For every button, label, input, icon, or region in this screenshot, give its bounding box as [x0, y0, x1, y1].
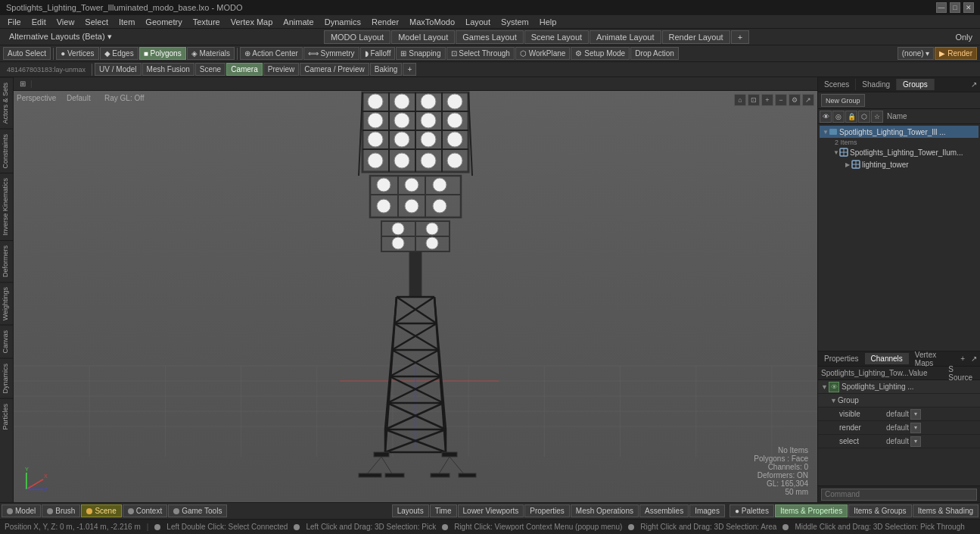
context-btn[interactable]: Context — [123, 504, 167, 517]
sidebar-actors[interactable]: Actors & Sets — [0, 77, 13, 129]
layout-scene[interactable]: Scene Layout — [524, 30, 589, 44]
vertices-btn[interactable]: ● Vertices — [56, 47, 98, 60]
drop-action-btn[interactable]: Drop Action — [630, 47, 679, 60]
scene-tab[interactable]: Scene — [195, 63, 226, 76]
setup-mode-btn[interactable]: ⚙ Setup Mode — [571, 47, 630, 60]
menu-select[interactable]: Select — [80, 17, 113, 27]
vp-settings-btn[interactable]: ⚙ — [789, 94, 801, 106]
rp-render-btn[interactable]: ◎ — [832, 111, 845, 123]
vp-fit-btn[interactable]: ⊡ — [748, 94, 760, 106]
layout-model[interactable]: Model Layout — [391, 30, 455, 44]
items-shading-btn[interactable]: Items & Shading — [913, 504, 978, 517]
snapping-btn[interactable]: ⊞ Snapping — [396, 47, 445, 60]
tree-item-lighting-tower[interactable]: ▶ lighting_tower — [820, 158, 978, 170]
maximize-button[interactable]: □ — [950, 2, 960, 13]
action-center-btn[interactable]: ⊕ Action Center — [240, 47, 303, 60]
vp-zoom-out-btn[interactable]: − — [775, 94, 787, 106]
sidebar-particles[interactable]: Particles — [0, 398, 13, 435]
vp-zoom-in-btn[interactable]: + — [761, 94, 773, 106]
palettes-btn[interactable]: ● Palettes — [730, 504, 774, 517]
menu-render[interactable]: Render — [367, 17, 403, 27]
close-button[interactable]: ✕ — [963, 2, 974, 13]
vp-expand2-btn[interactable]: ↗ — [802, 94, 814, 106]
layouts-btn[interactable]: Layouts — [392, 504, 429, 517]
ch-render-dd[interactable]: ▾ — [910, 423, 921, 433]
menu-layout[interactable]: Layout — [461, 17, 495, 27]
new-group-btn[interactable]: New Group — [821, 94, 865, 107]
tree-item-mesh[interactable]: ▼ Spotlights_Lighting_Tower_Ilum... — [820, 146, 978, 158]
symmetry-btn[interactable]: ⟺ Symmetry — [303, 47, 359, 60]
ch-group-root[interactable]: ▼ 👁 Spotlights_Lighting ... — [818, 380, 980, 394]
game-tools-btn[interactable]: Game Tools — [168, 504, 227, 517]
eye-toggle[interactable]: 👁 — [829, 382, 839, 392]
properties-bb-btn[interactable]: Properties — [524, 504, 570, 517]
menu-system[interactable]: System — [496, 17, 534, 27]
falloff-btn[interactable]: ◗ Falloff — [360, 47, 396, 60]
viewport[interactable]: ⊞ | Perspective Default Ray GL: Off ⌂ ⊡ … — [14, 77, 817, 502]
lower-viewports-btn[interactable]: Lower Viewports — [458, 504, 524, 517]
menu-maxtomodo[interactable]: MaxToModo — [405, 17, 459, 27]
shading-tab[interactable]: Shading — [856, 79, 897, 90]
sidebar-weights[interactable]: Weightings — [0, 282, 13, 325]
baking-add[interactable]: + — [403, 63, 416, 76]
mesh-fusion-tab[interactable]: Mesh Fusion — [142, 63, 194, 76]
menu-help[interactable]: Help — [535, 17, 562, 27]
sidebar-canvas[interactable]: Canvas — [0, 325, 13, 358]
items-groups-btn[interactable]: Items & Groups — [848, 504, 911, 517]
mesh-ops-btn[interactable]: Mesh Operations — [571, 504, 639, 517]
groups-tab[interactable]: Groups — [897, 79, 935, 90]
uv-model-tab[interactable]: UV / Model — [95, 63, 141, 76]
preview-tab[interactable]: Preview — [263, 63, 300, 76]
menu-file[interactable]: File — [3, 17, 26, 27]
brush-btn[interactable]: Brush — [42, 504, 80, 517]
auto-select-btn[interactable]: Auto Select — [3, 47, 51, 60]
baking-tab[interactable]: Baking — [370, 63, 403, 76]
camera-tab[interactable]: Camera — [226, 63, 263, 76]
vp-expand-btn[interactable]: ⊞ — [17, 80, 29, 88]
sidebar-constraints[interactable]: Constraints — [0, 129, 13, 173]
menu-animate[interactable]: Animate — [278, 17, 318, 27]
menu-edit[interactable]: Edit — [27, 17, 51, 27]
layout-add[interactable]: + — [731, 30, 749, 44]
ch-visible-dd[interactable]: ▾ — [910, 409, 921, 420]
time-btn[interactable]: Time — [430, 504, 457, 517]
items-properties-btn[interactable]: Items & Properties — [775, 504, 848, 517]
layout-animate[interactable]: Animate Layout — [590, 30, 661, 44]
scene-bb-btn[interactable]: Scene — [81, 504, 121, 517]
edges-btn[interactable]: ◆ Edges — [100, 47, 138, 60]
alt-layouts-button[interactable]: Alternative Layouts (Beta) ▾ — [3, 30, 118, 44]
camera-preview-tab[interactable]: Camera / Preview — [300, 63, 369, 76]
rp-wire-btn[interactable]: ⬡ — [858, 111, 870, 123]
tree-item-root[interactable]: ▼ Spotlights_Lighting_Tower_Ill ... — [820, 126, 978, 138]
menu-view[interactable]: View — [52, 17, 79, 27]
layout-render[interactable]: Render Layout — [662, 30, 730, 44]
materials-btn[interactable]: ◈ Materials — [187, 47, 235, 60]
sidebar-deformers[interactable]: Deformers — [0, 240, 13, 282]
model-btn[interactable]: Model — [2, 504, 41, 517]
scenes-tab[interactable]: Scenes — [818, 79, 856, 90]
ch-select-dd[interactable]: ▾ — [910, 436, 921, 447]
menu-item[interactable]: Item — [114, 17, 139, 27]
assemblies-btn[interactable]: Assemblies — [639, 504, 689, 517]
command-input[interactable] — [821, 489, 977, 501]
none-btn[interactable]: (none) ▾ — [898, 47, 935, 60]
menu-dynamics[interactable]: Dynamics — [320, 17, 366, 27]
sidebar-dynamics[interactable]: Dynamics — [0, 358, 13, 398]
layout-games[interactable]: Games Layout — [456, 30, 524, 44]
workplane-btn[interactable]: ⬡ WorkPlane — [515, 47, 571, 60]
sidebar-inverse[interactable]: Inverse Kinematics — [0, 173, 13, 240]
select-through-btn[interactable]: ⊡ Select Through — [446, 47, 515, 60]
menu-geometry[interactable]: Geometry — [141, 17, 186, 27]
expand-bottom-btn[interactable]: ↗ — [968, 353, 980, 364]
menu-vertex-map[interactable]: Vertex Map — [226, 17, 278, 27]
vp-home-btn[interactable]: ⌂ — [734, 94, 746, 106]
rp-expand-btn[interactable]: ↗ — [968, 79, 980, 90]
rp-solo-btn[interactable]: ☆ — [871, 111, 883, 123]
add-btn[interactable]: + — [957, 353, 968, 364]
polygons-btn[interactable]: ■ Polygons — [139, 47, 186, 60]
channels-tab-btn[interactable]: Channels — [865, 353, 909, 364]
menu-texture[interactable]: Texture — [188, 17, 225, 27]
minimize-button[interactable]: — — [936, 2, 947, 13]
rp-lock-btn[interactable]: 🔒 — [845, 111, 857, 123]
render-btn[interactable]: ▶ Render — [935, 47, 977, 60]
